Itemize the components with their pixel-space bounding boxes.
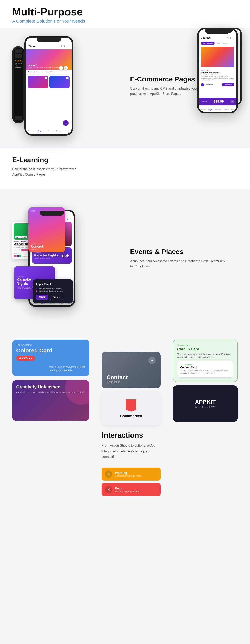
tab-discounts[interactable]: Discounts — [36, 71, 44, 73]
course-price-bar: Add to Cart $99.99 ⌂ — [199, 98, 236, 106]
course-price: $99.99 — [214, 100, 224, 104]
author-name: John Droid — [205, 84, 213, 86]
apple-event-item-1: Bench Pressing and Squats — [38, 287, 61, 290]
nav-menu[interactable]: Menu — [66, 130, 70, 132]
nav2-menu[interactable]: Menu — [231, 109, 235, 110]
colored-card-title: Colored Card — [16, 347, 85, 354]
tab-featured[interactable]: Featured — [28, 71, 35, 73]
contact-card-title: Contact — [106, 374, 156, 381]
interactions-section: The Awesome Colored Card Get it Today ca… — [0, 328, 250, 511]
error-sub: We have a problem here. — [115, 490, 140, 492]
colored-card-overline: The Awesome — [16, 344, 85, 346]
nav-pages[interactable]: Pages — [38, 130, 42, 132]
events-text: Events & Places Announce Your Awesome Ev… — [130, 248, 238, 269]
new-courses-tab[interactable]: New Courses — [201, 42, 215, 45]
inner-card-title: Colored Card — [180, 366, 230, 369]
tab-tech[interactable]: Tech — [45, 71, 49, 73]
elearning-section: E-Learning Deliver the best lessons to y… — [0, 148, 250, 189]
interactions-title: Interactions — [102, 431, 160, 440]
apple-event-dot-2 — [36, 290, 38, 292]
event-nav-welcome[interactable]: Welcome — [50, 303, 55, 304]
card-in-card: The Awesome Card in Card This is a large… — [173, 340, 238, 382]
read-more-button[interactable]: Read More — [222, 83, 234, 86]
phone-main-store: Store ⬆ ◗ ⋮ iPhone XL Space Gray with 25… — [24, 36, 73, 136]
nav2-features[interactable]: Features — [200, 109, 206, 110]
contact-arrow-icon[interactable]: → — [148, 357, 156, 364]
tab-mobile[interactable]: Mobile — [50, 71, 55, 73]
creativity-card: Creativity Unleashed Appkit will make yo… — [12, 380, 90, 421]
events-section: Get Directions Sunday, 18th July Summer … — [0, 189, 250, 328]
nav2-pages[interactable]: Pages — [208, 109, 212, 110]
author-avatar — [201, 83, 204, 86]
main-title: Multi-Purpose — [12, 6, 238, 18]
creativity-title: Creativity Unleashed — [16, 384, 85, 390]
warning-sub: Something might go wrong. — [115, 474, 142, 477]
interactions-center: → Contact Get in Touch Bookmarked Intera… — [102, 340, 160, 498]
ecommerce-desc: Convert them to any CMS and emphasise yo… — [130, 86, 203, 96]
inner-card: The Awesome Colored Card This is a large… — [177, 361, 233, 378]
bookmark-icon — [126, 399, 136, 412]
subtitle: A Complete Solution For Your Needs — [12, 18, 238, 24]
inner-card-overline: The Awesome — [180, 364, 230, 366]
concert-title: Concert — [31, 245, 62, 248]
interactions-desc: From Action Sheets to buttons, we've int… — [102, 443, 160, 460]
appkit-card: APPKIT MOBILE & PWA — [173, 385, 238, 422]
heart-badge-1: ♥ — [44, 76, 47, 80]
card-in-card-overline: The Awesome — [177, 344, 233, 346]
nav-projects[interactable]: Projects — [56, 130, 62, 132]
course-hero-image — [201, 47, 234, 67]
event-nav-projects[interactable]: Projects — [59, 303, 64, 304]
event-nav-pages[interactable]: Pages — [42, 303, 46, 304]
store-label: Store — [28, 44, 36, 48]
elearning-text: E-Learning Deliver the best lessons to y… — [12, 148, 77, 177]
elearning-title: E-Learning — [12, 156, 77, 164]
grid-icon: ⋮ — [67, 45, 69, 48]
apple-event-item-2: Steve Jobs Theater, Palo Alto — [38, 290, 62, 292]
creativity-sub: Appkit will make your creativity scream!… — [16, 391, 85, 394]
moon-icon-3: ◗ — [67, 218, 68, 220]
error-card: ✕ Error We have a problem here. — [102, 483, 160, 496]
colored-card-desc: card, it uses an awesome iOS the heading… — [49, 366, 85, 372]
nav2-projects[interactable]: Projects — [224, 109, 229, 110]
error-title: Error — [115, 486, 140, 490]
colored-card: The Awesome Colored Card Get it Today ca… — [12, 340, 90, 376]
events-title: Events & Places — [130, 248, 230, 256]
events-desc: Announce Your Awesome Events and Create … — [130, 258, 230, 269]
nav-features[interactable]: Features — [28, 130, 34, 132]
concert-label: Live Concert — [31, 243, 62, 245]
event-phones-group: Get Directions Sunday, 18th July Summer … — [12, 202, 122, 315]
appkit-title: APPKIT — [195, 398, 216, 406]
event-nav-features[interactable]: Features — [32, 303, 38, 304]
nav2-welcome[interactable]: Welcome — [215, 109, 221, 110]
get-it-today-button[interactable]: Get it Today — [16, 356, 35, 361]
concert-location: New York — [31, 248, 62, 250]
card-in-card-desc: This is a large content card, it uses an… — [177, 353, 233, 359]
bookmarked-card: Bookmarked — [102, 392, 160, 425]
course-title: Adobe Photoshop — [201, 71, 234, 74]
inner-card-desc: This is a large content card, it uses an… — [180, 370, 230, 374]
iphone-xl-label: iPhone XL — [28, 64, 60, 67]
course-desc: This course aims to teach you how to cre… — [201, 76, 234, 81]
warning-title: Warning — [115, 471, 142, 474]
contact-card-sub: Get in Touch — [106, 381, 156, 384]
error-icon: ✕ — [105, 486, 112, 493]
nav-welcome[interactable]: Welcome — [46, 130, 53, 132]
course-tag: Video Tutorials — [201, 70, 234, 71]
phone-left-peek: ★★★★★ Wireless In Ear Headsets $399.99 — [12, 46, 24, 123]
apple-event-dot-1 — [36, 288, 38, 289]
header-section: Multi-Purpose A Complete Solution For Yo… — [0, 0, 250, 28]
share-icon-2: ⬆ — [227, 37, 229, 39]
courses-label: Courses — [201, 36, 210, 39]
heart-badge-2: ♥ — [66, 76, 69, 80]
event-nav-menu[interactable]: Menu — [68, 303, 72, 304]
apple-event-title: Apple Event — [36, 283, 70, 286]
your-progress-tab[interactable]: Your Progress — [216, 42, 228, 45]
accept-button[interactable]: Accept — [36, 295, 48, 300]
get-directions-button[interactable]: Get Directions — [15, 236, 27, 238]
grid-icon-2: ⋮ — [232, 37, 234, 39]
appkit-sub: MOBILE & PWA — [195, 406, 216, 409]
share-icon: ⬆ — [60, 45, 62, 48]
left-cards: The Awesome Colored Card Get it Today ca… — [12, 340, 90, 421]
contact-card[interactable]: → Contact Get in Touch — [102, 352, 160, 388]
decline-button[interactable]: Decline — [50, 295, 63, 300]
